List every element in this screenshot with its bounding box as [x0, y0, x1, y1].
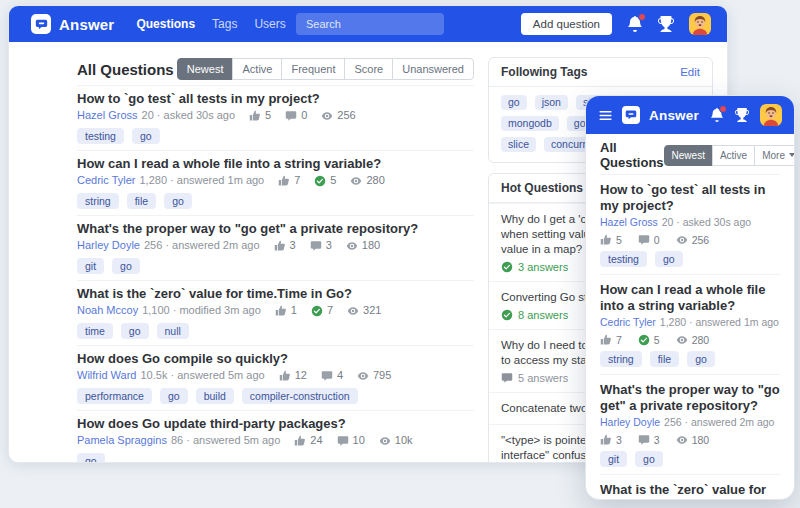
- views-stat: 10k: [379, 434, 413, 447]
- filter-frequent[interactable]: Frequent: [281, 58, 345, 80]
- question-meta: 20 · asked 30s ago: [142, 109, 236, 122]
- comments-stat: 0: [285, 109, 307, 122]
- answer-logo-icon[interactable]: [31, 14, 51, 34]
- nav-link-tags[interactable]: Tags: [212, 17, 237, 31]
- question-meta: 1,100 · modified 3m ago: [142, 304, 261, 317]
- tag-chip[interactable]: string: [600, 351, 642, 367]
- tag-chip[interactable]: file: [650, 351, 679, 367]
- views-stat: 256: [321, 109, 355, 122]
- bell-icon[interactable]: [627, 16, 643, 32]
- question-list-panel: All Questions Newest Active Frequent Sco…: [77, 57, 474, 463]
- thumbs-up-icon: [249, 110, 261, 122]
- eye-icon: [379, 435, 391, 447]
- tag-chip[interactable]: slice: [501, 137, 536, 152]
- avatar[interactable]: [760, 104, 782, 126]
- views-stat: 280: [676, 334, 710, 346]
- author-link[interactable]: Noah Mccoy: [77, 304, 138, 317]
- nav-link-users[interactable]: Users: [254, 17, 285, 31]
- tag-chip[interactable]: go: [655, 251, 683, 267]
- comments-stat: 10: [337, 434, 365, 447]
- tag-chip[interactable]: go: [164, 193, 192, 209]
- check-circle-icon: [311, 305, 323, 317]
- trophy-icon[interactable]: [658, 16, 674, 32]
- tag-chip[interactable]: testing: [77, 128, 124, 144]
- tag-chip[interactable]: go: [121, 323, 149, 339]
- question-row: How does Go compile so quickly? Wilfrid …: [77, 345, 474, 410]
- votes-stat: 24: [294, 434, 322, 447]
- tag-chip[interactable]: performance: [77, 388, 152, 404]
- tag-chip[interactable]: git: [77, 258, 104, 274]
- tag-chip[interactable]: testing: [600, 251, 647, 267]
- author-link[interactable]: Hazel Gross: [77, 109, 138, 122]
- question-title[interactable]: How does Go compile so quickly?: [77, 352, 474, 366]
- question-row: How does Go update third-party packages?…: [77, 410, 474, 463]
- filter-unanswered[interactable]: Unanswered: [392, 58, 474, 80]
- comment-icon: [638, 434, 650, 446]
- filter-more[interactable]: More: [754, 145, 795, 166]
- filter-active[interactable]: Active: [712, 145, 755, 166]
- views-stat: 280: [350, 174, 384, 187]
- question-title[interactable]: How does Go update third-party packages?: [77, 417, 474, 431]
- votes-stat: 1: [275, 304, 297, 317]
- author-link[interactable]: Cedric Tyler: [600, 316, 656, 328]
- author-link[interactable]: Hazel Gross: [600, 216, 658, 228]
- tag-chip[interactable]: build: [196, 388, 234, 404]
- author-link[interactable]: Wilfrid Ward: [77, 369, 136, 382]
- question-title[interactable]: How to `go test` all tests in my project…: [77, 92, 474, 106]
- avatar[interactable]: [689, 13, 711, 35]
- author-link[interactable]: Harley Doyle: [600, 416, 660, 428]
- tag-chip[interactable]: go: [635, 451, 663, 467]
- answer-logo-icon[interactable]: [622, 106, 640, 124]
- question-title[interactable]: How to `go test` all tests in my project…: [600, 182, 780, 214]
- brand-name[interactable]: Answer: [59, 16, 114, 33]
- question-title[interactable]: How can I read a whole file into a strin…: [600, 282, 780, 314]
- edit-tags-link[interactable]: Edit: [680, 66, 700, 78]
- views-stat: 180: [676, 434, 710, 446]
- add-question-button[interactable]: Add question: [521, 13, 612, 35]
- tag-chip[interactable]: go: [160, 388, 188, 404]
- thumbs-up-icon: [294, 435, 306, 447]
- tag-chip[interactable]: go: [112, 258, 140, 274]
- question-row: What is the `zero` value for time.Time i…: [77, 280, 474, 345]
- tag-chip[interactable]: git: [600, 451, 627, 467]
- answers-stat: 5: [638, 334, 660, 346]
- tag-chip[interactable]: compiler-construction: [242, 388, 358, 404]
- author-link[interactable]: Cedric Tyler: [77, 174, 135, 187]
- tag-chip[interactable]: time: [77, 323, 113, 339]
- tag-chip[interactable]: go: [132, 128, 160, 144]
- question-meta: 1,280 · answered 1m ago: [139, 174, 264, 187]
- tag-chip[interactable]: go: [77, 453, 105, 463]
- filter-active[interactable]: Active: [232, 58, 282, 80]
- question-title[interactable]: What is the `zero` value for time.Time i…: [600, 482, 780, 500]
- tag-chip[interactable]: null: [157, 323, 189, 339]
- tag-chip[interactable]: file: [127, 193, 156, 209]
- filter-newest[interactable]: Newest: [664, 145, 713, 166]
- tag-chip[interactable]: mongodb: [501, 116, 559, 131]
- comment-icon: [321, 370, 333, 382]
- tag-chip[interactable]: json: [535, 95, 568, 110]
- question-title[interactable]: What's the proper way to "go get" a priv…: [77, 222, 474, 236]
- question-row: What's the proper way to "go get" a priv…: [600, 374, 780, 474]
- tag-chip[interactable]: go: [501, 95, 527, 110]
- eye-icon: [357, 370, 369, 382]
- votes-stat: 5: [249, 109, 271, 122]
- bell-icon[interactable]: [710, 108, 724, 122]
- nav-link-questions[interactable]: Questions: [136, 17, 195, 31]
- tag-chip[interactable]: string: [77, 193, 119, 209]
- author-link[interactable]: Pamela Spraggins: [77, 434, 167, 447]
- question-meta: 20 · asked 30s ago: [662, 216, 751, 228]
- search-input[interactable]: [296, 13, 444, 35]
- question-title[interactable]: How can I read a whole file into a strin…: [77, 157, 474, 171]
- answers-stat: 7: [311, 304, 333, 317]
- tag-chip[interactable]: go: [687, 351, 715, 367]
- menu-icon[interactable]: [598, 108, 613, 123]
- filter-newest[interactable]: Newest: [177, 58, 234, 80]
- trophy-icon[interactable]: [735, 108, 749, 122]
- question-title[interactable]: What is the `zero` value for time.Time i…: [77, 287, 474, 301]
- filter-score[interactable]: Score: [344, 58, 393, 80]
- author-link[interactable]: Harley Doyle: [77, 239, 140, 252]
- question-row: How can I read a whole file into a strin…: [77, 150, 474, 215]
- brand-name[interactable]: Answer: [649, 108, 699, 123]
- question-title[interactable]: What's the proper way to "go get" a priv…: [600, 382, 780, 414]
- question-meta: 256 · answered 2m ago: [664, 416, 774, 428]
